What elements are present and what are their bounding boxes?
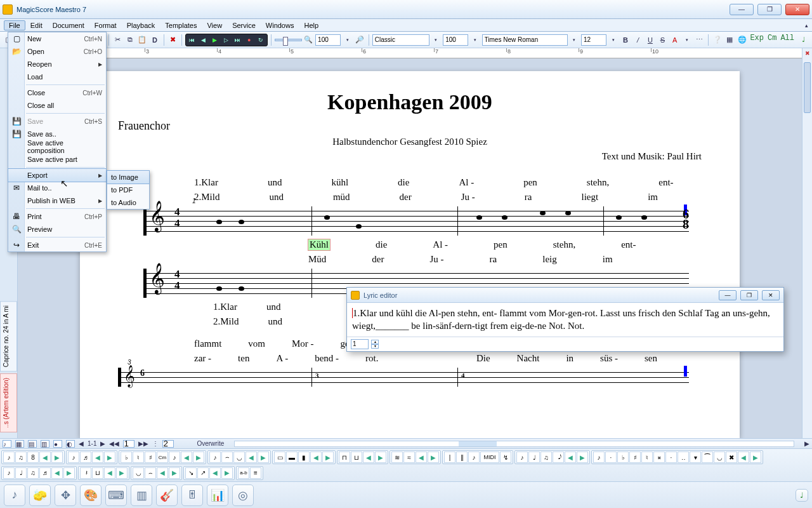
properties-icon[interactable]: ⋯ — [694, 34, 705, 46]
bottom-corner-icon[interactable]: ♩ — [796, 489, 808, 502]
big-piano-icon[interactable]: ▥ — [131, 485, 152, 506]
loop-icon[interactable]: ↻ — [255, 35, 266, 45]
menu-format[interactable]: Format — [89, 20, 122, 30]
lyric-verse-spin[interactable] — [351, 339, 369, 349]
sb-btn-2[interactable]: ▦ — [15, 440, 24, 448]
bold-button[interactable]: B — [620, 34, 631, 46]
sb-btn-4[interactable]: ▥ — [41, 440, 49, 448]
big-chart-icon[interactable]: 📊 — [207, 485, 228, 506]
big-guitar-icon[interactable]: 🎸 — [156, 485, 178, 506]
skip-fwd-icon[interactable]: ⏭ — [232, 35, 244, 45]
spin-up[interactable]: ▴ — [371, 340, 379, 344]
cm-button[interactable]: Cm — [766, 34, 778, 46]
big-keyboard-icon[interactable]: ⌨ — [105, 485, 127, 506]
close-button[interactable]: ✕ — [785, 4, 809, 15]
big-mixer-icon[interactable]: 🎚 — [181, 485, 203, 506]
globe-icon[interactable]: 🌐 — [737, 34, 747, 46]
all-button[interactable]: All — [779, 34, 796, 46]
skip-back-icon[interactable]: ⏮ — [187, 35, 198, 45]
tempo-slider[interactable] — [275, 39, 302, 41]
sb-page-next[interactable]: ▶▶ — [138, 440, 148, 447]
document-area[interactable]: Kopenhagen 2009 Frauenchor Halbstundench… — [18, 58, 802, 438]
file-menu-print[interactable]: 🖶PrintCtrl+P — [8, 210, 106, 223]
menu-windows[interactable]: Windows — [261, 20, 299, 30]
style-drop[interactable]: ▾ — [431, 34, 442, 46]
help-icon[interactable]: ❔ — [712, 34, 723, 46]
sb-page[interactable] — [123, 440, 134, 448]
font-combo[interactable] — [482, 34, 568, 46]
menu-templates[interactable]: Templates — [160, 20, 202, 30]
lyric-close-button[interactable]: ✕ — [762, 290, 780, 300]
underline-button[interactable]: U — [645, 34, 655, 46]
lyric-editor-window[interactable]: Lyric editor — ❐ ✕ 1.Klar und kühl die A… — [346, 287, 784, 352]
zoom-field[interactable] — [315, 34, 341, 46]
fontcolor-button[interactable]: A — [669, 34, 680, 46]
file-menu-save-active-composition[interactable]: Save active composition — [8, 140, 106, 153]
file-menu-preview[interactable]: 🔍Preview — [8, 223, 106, 236]
sb-arrow-l[interactable]: ◀ — [79, 440, 84, 447]
vertical-scrollbar[interactable] — [802, 58, 812, 438]
record-icon[interactable]: ● — [244, 35, 255, 45]
file-menu-save-as-[interactable]: 💾Save as.. — [8, 128, 106, 140]
file-menu-reopen[interactable]: Reopen▶ — [8, 58, 106, 70]
zoom-in-icon[interactable]: 🔎 — [354, 34, 365, 46]
minimize-button[interactable]: — — [730, 4, 754, 15]
menu-edit[interactable]: Edit — [25, 20, 48, 30]
export-audio[interactable]: to Audio — [107, 196, 149, 209]
file-menu-open[interactable]: 📂OpenCtrl+O — [8, 45, 106, 58]
file-menu-exit[interactable]: ↪ExitCtrl+E — [8, 239, 106, 251]
menu-document[interactable]: Document — [48, 20, 89, 30]
midi-label[interactable]: MIDI — [480, 451, 499, 463]
sb-page-prev[interactable]: ◀◀ — [109, 440, 119, 447]
style-pct[interactable] — [443, 34, 468, 46]
horizontal-scrollbar[interactable] — [234, 441, 794, 447]
font-drop[interactable]: ▾ — [569, 34, 580, 46]
ruler-close-icon[interactable]: ✖ — [802, 48, 812, 58]
italic-button[interactable]: / — [632, 34, 643, 46]
fontsize-drop[interactable]: ▾ — [608, 34, 619, 46]
staff-icon[interactable]: ♩ — [797, 34, 809, 46]
strike-button[interactable]: S — [657, 34, 668, 46]
menu-playback[interactable]: Playback — [122, 20, 160, 30]
staff-1[interactable]: 1 𝄞 44 ▌ 68 — [143, 206, 689, 236]
copy-icon[interactable]: ⧉ — [124, 34, 135, 46]
big-note-icon[interactable]: ♪ — [4, 485, 25, 506]
menu-help[interactable]: Help — [299, 20, 324, 30]
file-menu-close[interactable]: CloseCtrl+W — [8, 86, 106, 99]
d-button[interactable]: D — [149, 34, 160, 46]
sb-arrow-r[interactable]: ▶ — [100, 440, 105, 447]
export-image[interactable]: to Image — [107, 171, 149, 184]
file-menu-save[interactable]: 💾SaveCtrl+S — [8, 115, 106, 128]
lyric-textarea[interactable]: 1.Klar und kühl die Al-pen stehn, ent- f… — [347, 303, 783, 337]
play-icon[interactable]: ▶ — [209, 35, 221, 45]
file-menu-new[interactable]: ▢NewCtrl+N — [8, 32, 106, 45]
big-palette-icon[interactable]: 🎨 — [80, 485, 102, 506]
file-menu-close-all[interactable]: Close all — [8, 99, 106, 112]
export-pdf[interactable]: to PDF — [107, 184, 149, 196]
step-fwd-icon[interactable]: ▷ — [221, 35, 232, 45]
fontcolor-drop[interactable]: ▾ — [681, 34, 692, 46]
maximize-button[interactable]: ❐ — [757, 4, 782, 15]
web-icon[interactable]: ▦ — [724, 34, 735, 46]
file-menu-export[interactable]: Export▶ — [8, 169, 106, 182]
fontsize-combo[interactable] — [581, 34, 606, 46]
sb-btn-5[interactable]: ● — [53, 440, 62, 448]
menu-file[interactable]: File — [4, 20, 25, 30]
style-pct-drop[interactable]: ▾ — [469, 34, 480, 46]
sb-btn-6[interactable]: ◐ — [66, 440, 75, 448]
lyric-min-button[interactable]: — — [719, 290, 737, 300]
file-menu-load[interactable]: Load — [8, 70, 106, 83]
menubar-collapse-icon[interactable]: ▴ — [805, 22, 808, 29]
pal-note[interactable]: ♪ — [3, 451, 15, 463]
style-combo[interactable] — [372, 34, 429, 46]
zoom-drop[interactable]: ▾ — [342, 34, 353, 46]
sb-scroll-r[interactable]: ▶ — [804, 440, 809, 447]
sb-mode-field[interactable] — [162, 440, 174, 448]
exp-button[interactable]: Exp — [749, 34, 765, 46]
paste-icon[interactable]: 📋 — [137, 34, 148, 46]
step-back-icon[interactable]: ◀ — [198, 35, 209, 45]
file-menu-save-active-part[interactable]: Save active part — [8, 153, 106, 166]
lyric-max-button[interactable]: ❐ — [740, 290, 758, 300]
cut-icon[interactable]: ✂ — [112, 34, 123, 46]
sb-btn-1[interactable]: ♪ — [3, 440, 11, 448]
